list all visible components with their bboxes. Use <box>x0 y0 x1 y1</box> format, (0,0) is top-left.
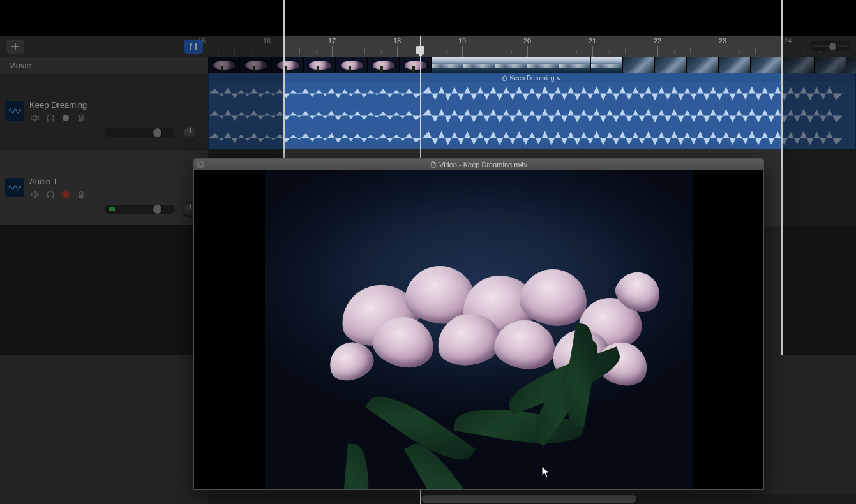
volume-thumb[interactable] <box>153 205 162 214</box>
movie-thumbnail[interactable] <box>846 57 856 73</box>
track-header[interactable]: Keep Dreaming <box>0 73 208 149</box>
tracks-header-left <box>0 36 208 57</box>
movie-thumbnail[interactable] <box>591 57 623 73</box>
movie-thumbnail[interactable] <box>815 57 846 73</box>
solo-button[interactable] <box>45 114 56 122</box>
track-controls <box>29 114 208 122</box>
solo-button[interactable] <box>45 190 56 199</box>
svg-point-2 <box>190 43 192 46</box>
horizontal-scrollbar[interactable] <box>208 494 856 504</box>
input-monitor-icon <box>77 191 86 198</box>
movie-thumbnail[interactable] <box>432 57 463 73</box>
track-header[interactable]: Audio 1 <box>0 149 208 226</box>
movie-thumbnail[interactable] <box>463 57 495 73</box>
clip-header: Keep Dreaming <box>209 73 855 82</box>
movie-thumbnail[interactable] <box>559 57 591 73</box>
volume-slider[interactable] <box>105 128 175 137</box>
cycle-marker-right[interactable] <box>781 0 783 355</box>
mute-button[interactable] <box>29 190 41 199</box>
video-preview-window[interactable]: Video - Keep Dreaming.m4v <box>193 158 764 490</box>
track-name: Keep Dreaming <box>29 100 208 110</box>
movie-thumbnail[interactable] <box>687 57 719 73</box>
movie-thumbnail[interactable] <box>368 57 400 73</box>
movie-thumbnail[interactable] <box>336 57 368 73</box>
level-meter <box>109 207 117 211</box>
headphones-icon <box>46 191 55 198</box>
movie-thumbnail-strip[interactable] <box>208 57 856 73</box>
track-lane[interactable]: Keep Dreaming <box>208 73 856 149</box>
video-window-titlebar[interactable]: Video - Keep Dreaming.m4v <box>194 159 763 170</box>
svg-point-3 <box>195 47 197 50</box>
track-name: Audio 1 <box>29 177 208 186</box>
volume-thumb[interactable] <box>153 128 162 137</box>
headphones-icon <box>46 114 55 122</box>
plus-icon <box>11 43 19 50</box>
video-window-title: Video - Keep Dreaming.m4v <box>439 161 527 168</box>
close-button[interactable] <box>197 161 204 168</box>
mute-button[interactable] <box>29 114 41 122</box>
movie-thumbnail[interactable] <box>527 57 559 73</box>
movie-thumbnail[interactable] <box>783 57 815 73</box>
record-dot-icon <box>63 115 69 121</box>
app-root: 15161718192021222324 Movie Keep Dreaming <box>0 0 856 504</box>
record-enable-button[interactable] <box>60 190 71 199</box>
movie-thumbnail[interactable] <box>655 57 687 73</box>
movie-thumbnail[interactable] <box>719 57 751 73</box>
filter-sliders-icon <box>188 42 199 51</box>
movie-thumbnail[interactable] <box>240 57 272 73</box>
horizontal-zoom-slider[interactable] <box>810 41 851 51</box>
playhead-handle[interactable] <box>416 46 424 54</box>
movie-thumbnail[interactable] <box>304 57 336 73</box>
input-monitor-button[interactable] <box>75 190 87 199</box>
waveform <box>209 127 855 149</box>
movie-thumbnail[interactable] <box>208 57 240 73</box>
track-type-icon <box>5 101 24 121</box>
movie-thumbnail[interactable] <box>272 57 304 73</box>
video-content <box>265 170 693 489</box>
movie-label: Movie <box>9 61 31 70</box>
waveform <box>209 105 855 127</box>
timeline-ruler[interactable]: 15161718192021222324 <box>208 36 856 57</box>
record-enable-button[interactable] <box>60 114 71 122</box>
add-track-button[interactable] <box>6 40 24 54</box>
pan-knob[interactable] <box>183 126 198 141</box>
scrollbar-thumb[interactable] <box>421 495 637 503</box>
mute-icon <box>31 114 40 122</box>
track-type-icon <box>5 178 24 197</box>
document-icon <box>430 161 437 168</box>
video-frame <box>194 170 763 489</box>
waveform <box>209 82 855 105</box>
movie-thumbnail[interactable] <box>495 57 527 73</box>
audio-clip[interactable]: Keep Dreaming <box>208 73 856 149</box>
volume-slider[interactable] <box>105 205 175 214</box>
input-monitor-button[interactable] <box>75 114 87 122</box>
zoom-thumb[interactable] <box>829 43 837 50</box>
movie-thumbnail[interactable] <box>400 57 432 73</box>
record-dot-icon <box>63 191 69 198</box>
top-black-bar <box>0 0 856 36</box>
lock-icon <box>502 75 507 81</box>
mute-icon <box>31 191 40 198</box>
movie-thumbnail[interactable] <box>623 57 655 73</box>
movie-thumbnail[interactable] <box>751 57 783 73</box>
loop-icon <box>557 75 562 81</box>
track-controls <box>29 190 208 199</box>
input-monitor-icon <box>77 114 86 122</box>
clip-name: Keep Dreaming <box>510 75 554 82</box>
mouse-cursor-icon <box>541 466 552 478</box>
track-headers-panel: Keep Dreaming Audio 1 <box>0 73 208 226</box>
